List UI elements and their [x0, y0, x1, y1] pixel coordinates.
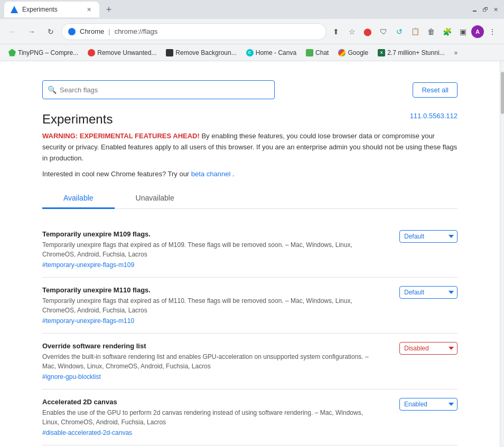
flag-m109-name: Temporarily unexpire M109 flags.: [42, 230, 378, 238]
pdf-icon[interactable]: 📋: [408, 24, 423, 39]
vpn2-icon[interactable]: ↺: [392, 24, 407, 39]
back-button[interactable]: ←: [4, 23, 21, 40]
window-maximize-button[interactable]: 🗗: [481, 5, 489, 14]
search-wrapper: 🔍: [42, 80, 275, 99]
bookmark-excel[interactable]: X 2.7 million+ Stunni...: [374, 47, 449, 59]
flags-list: Temporarily unexpire M109 flags. Tempora…: [42, 222, 458, 445]
flag-item-m110: Temporarily unexpire M110 flags. Tempora…: [42, 278, 458, 334]
bookmark-chat[interactable]: Chat: [302, 47, 333, 59]
warning-paragraph: WARNING: EXPERIMENTAL FEATURES AHEAD! By…: [42, 131, 458, 164]
bookmark-google-label: Google: [348, 49, 368, 56]
scrollbar[interactable]: [500, 61, 504, 447]
scrollbar-thumb[interactable]: [501, 72, 504, 114]
flag-canvas-control: Enabled Default Disabled: [399, 398, 458, 411]
tabs-area: Experiments ✕ +: [4, 2, 468, 17]
warning-bold-text: WARNING: EXPERIMENTAL FEATURES AHEAD!: [42, 132, 200, 140]
bookmark-chat-label: Chat: [315, 49, 329, 56]
share-icon[interactable]: ⬆: [329, 24, 343, 39]
bookmark-canva-icon: C: [246, 49, 254, 56]
window-controls: 🗕 🗗 ✕: [470, 5, 500, 14]
vpn-icon[interactable]: 🛡: [376, 24, 391, 39]
bookmark-excel-label: 2.7 million+ Stunni...: [387, 49, 444, 56]
search-icon: 🔍: [48, 85, 57, 94]
search-container: 🔍 Reset all: [42, 72, 458, 112]
delete-icon[interactable]: 🗑: [424, 24, 438, 39]
flag-m110-control: Default Enabled Disabled: [399, 286, 458, 299]
beta-channel-link[interactable]: beta channel: [191, 170, 230, 178]
reset-all-button[interactable]: Reset all: [413, 82, 458, 98]
tab-close-button[interactable]: ✕: [85, 5, 93, 14]
flag-canvas-desc: Enables the use of the GPU to perform 2d…: [42, 408, 378, 427]
bookmarks-bar: TinyPNG – Compre... Remove Unwanted... R…: [0, 44, 504, 61]
flag-m110-name: Temporarily unexpire M110 flags.: [42, 286, 378, 294]
title-bar: Experiments ✕ + 🗕 🗗 ✕: [0, 0, 504, 19]
beta-text: Interested in cool new Chrome features? …: [42, 170, 191, 178]
window-close-button[interactable]: ✕: [491, 5, 500, 14]
beta-period: .: [232, 170, 235, 178]
flag-canvas-info: Accelerated 2D canvas Enables the use of…: [42, 398, 399, 436]
flag-m109-link[interactable]: #temporary-unexpire-flags-m109: [42, 261, 378, 269]
tab-available[interactable]: Available: [42, 188, 115, 209]
search-input[interactable]: [42, 80, 275, 99]
tab-unavailable[interactable]: Unavailable: [115, 188, 195, 209]
flag-item-m109: Temporarily unexpire M109 flags. Tempora…: [42, 222, 458, 278]
url-separator: |: [108, 27, 110, 35]
experiments-header: Experiments 111.0.5563.112: [42, 112, 458, 127]
flag-canvas-select[interactable]: Enabled Default Disabled: [399, 398, 458, 411]
bookmark-remove-unwanted[interactable]: Remove Unwanted...: [83, 47, 161, 59]
refresh-button[interactable]: ↻: [42, 23, 59, 40]
opera-icon[interactable]: ⬤: [360, 24, 375, 39]
beta-link-paragraph: Interested in cool new Chrome features? …: [42, 170, 458, 178]
flag-gpu-desc: Overrides the built-in software renderin…: [42, 352, 378, 371]
tabs-container: Available Unavailable: [42, 188, 458, 209]
bookmark-remove-unwanted-icon: [88, 49, 95, 56]
tab-label: Experiments: [22, 6, 58, 13]
bookmark-canva[interactable]: C Home - Canva: [242, 47, 301, 59]
forward-button[interactable]: →: [23, 23, 40, 40]
url-path: chrome://flags: [115, 27, 158, 35]
extensions-icon[interactable]: 🧩: [440, 24, 454, 39]
page-content: 🔍 Reset all Experiments 111.0.5563.112 W…: [0, 61, 500, 447]
bookmark-canva-label: Home - Canva: [256, 49, 296, 56]
page-title: Experiments: [42, 112, 113, 127]
flag-gpu-link[interactable]: #ignore-gpu-blocklist: [42, 373, 378, 381]
bookmark-chat-icon: [306, 49, 313, 56]
bookmark-tinypng[interactable]: TinyPNG – Compre...: [4, 47, 82, 59]
bookmark-remove-bg[interactable]: Remove Backgroun...: [162, 47, 240, 59]
bookmark-icon[interactable]: ☆: [344, 24, 359, 39]
sidebar-icon[interactable]: ▣: [455, 24, 470, 39]
flag-gpu-select[interactable]: Disabled Default Enabled: [399, 342, 458, 355]
flag-gpu-info: Override software rendering list Overrid…: [42, 342, 399, 381]
flag-m110-info: Temporarily unexpire M110 flags. Tempora…: [42, 286, 399, 325]
flag-item-gpu: Override software rendering list Overrid…: [42, 334, 458, 389]
bookmark-google[interactable]: Google: [334, 47, 372, 59]
flag-canvas-name: Accelerated 2D canvas: [42, 398, 378, 406]
bookmark-excel-icon: X: [378, 49, 385, 56]
flag-m109-info: Temporarily unexpire M109 flags. Tempora…: [42, 230, 399, 269]
bookmark-remove-bg-label: Remove Backgroun...: [175, 49, 236, 56]
toolbar-icons: ⬆ ☆ ⬤ 🛡 ↺ 📋 🗑 🧩 ▣ A ⋮: [329, 24, 500, 39]
address-bar: ← → ↻ Chrome | chrome://flags ⬆ ☆ ⬤ 🛡 ↺ …: [0, 19, 504, 44]
flag-canvas-link[interactable]: #disable-accelerated-2d-canvas: [42, 429, 378, 436]
tab-favicon: [11, 6, 18, 13]
window-minimize-button[interactable]: 🗕: [470, 5, 479, 14]
flag-gpu-name: Override software rendering list: [42, 342, 378, 350]
flag-m110-select[interactable]: Default Enabled Disabled: [399, 286, 458, 299]
profile-avatar[interactable]: A: [471, 25, 484, 38]
new-tab-button[interactable]: +: [101, 2, 116, 17]
active-tab[interactable]: Experiments ✕: [4, 2, 99, 17]
bookmark-google-icon: [338, 49, 346, 56]
flag-item-canvas: Accelerated 2D canvas Enables the use of…: [42, 389, 458, 445]
bookmark-tinypng-icon: [8, 49, 16, 56]
menu-button[interactable]: ⋮: [485, 24, 500, 39]
flag-m109-desc: Temporarily unexpire flags that expired …: [42, 240, 378, 259]
flag-m109-control: Default Enabled Disabled: [399, 230, 458, 243]
site-info-icon: [68, 28, 76, 35]
flag-m110-link[interactable]: #temporary-unexpire-flags-m110: [42, 317, 378, 325]
version-badge: 111.0.5563.112: [410, 112, 458, 120]
flag-m110-desc: Temporarily unexpire flags that expired …: [42, 296, 378, 315]
more-bookmarks-button[interactable]: »: [451, 47, 461, 59]
url-bar[interactable]: Chrome | chrome://flags: [61, 23, 326, 40]
bookmark-tinypng-label: TinyPNG – Compre...: [18, 49, 78, 56]
flag-m109-select[interactable]: Default Enabled Disabled: [399, 230, 458, 243]
